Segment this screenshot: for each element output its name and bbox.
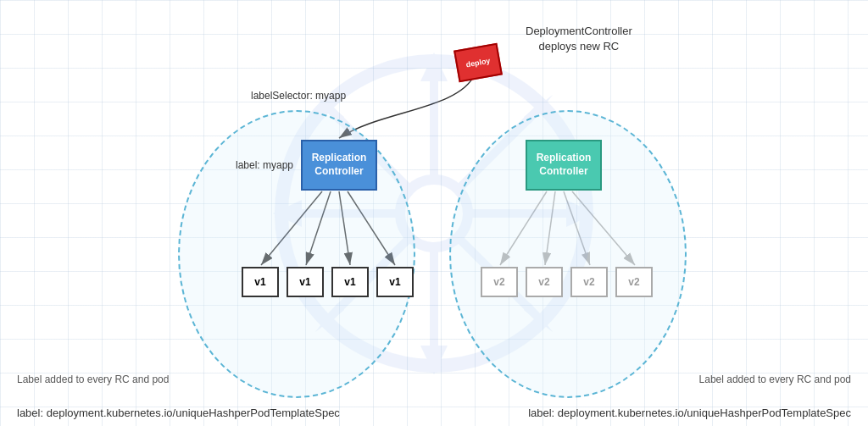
label-myapp-text: label: myapp	[236, 159, 293, 171]
rc-left-box: Replication Controller	[301, 140, 377, 191]
pod-v1-2: v1	[287, 267, 324, 297]
label-selector-text: labelSelector: myapp	[251, 90, 346, 102]
left-selection-circle	[178, 110, 415, 398]
pod-v2-2: v2	[526, 267, 563, 297]
pod-v1-3: v1	[331, 267, 369, 297]
bottom-left-note: Label added to every RC and pod	[17, 373, 169, 385]
deployment-controller-label: DeploymentController deploys new RC	[526, 24, 632, 54]
pod-v1-1: v1	[242, 267, 279, 297]
diagram-canvas: deploy DeploymentController deploys new …	[0, 0, 868, 426]
bottom-right-note: Label added to every RC and pod	[699, 373, 851, 385]
bottom-right-k8s-label: label: deployment.kubernetes.io/uniqueHa…	[528, 407, 851, 419]
pod-v1-4: v1	[376, 267, 414, 297]
bottom-left-k8s-label: label: deployment.kubernetes.io/uniqueHa…	[17, 407, 340, 419]
pod-v2-3: v2	[570, 267, 608, 297]
rc-right-box: Replication Controller	[526, 140, 602, 191]
pod-v2-1: v2	[481, 267, 518, 297]
pod-v2-4: v2	[615, 267, 653, 297]
